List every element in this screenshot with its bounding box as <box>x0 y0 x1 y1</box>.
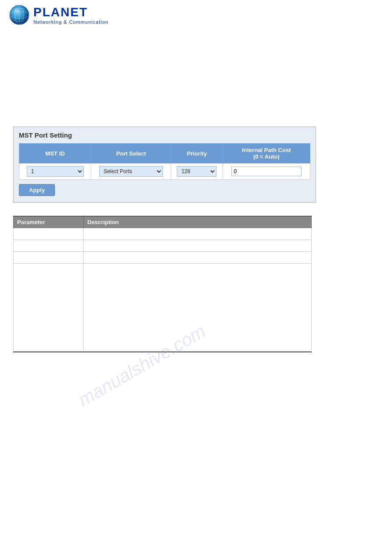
mst-port-setting-box: MST Port Setting MST ID Port Select Prio… <box>13 127 316 203</box>
port-select-dropdown[interactable]: Select Ports Port 1 Port 2 Port 3 <box>99 166 163 177</box>
param-cell <box>14 228 84 240</box>
header: PLANET Networking & Communication <box>0 0 392 30</box>
param-cell <box>14 252 84 264</box>
table-row <box>14 252 312 264</box>
param-cell <box>14 264 84 352</box>
main-content: manualshive.com MST Port Setting MST ID … <box>0 118 392 361</box>
mst-settings-row: 1 2 3 Select Ports Port 1 Port 2 Port 3 <box>19 163 310 180</box>
logo-sub-text: Networking & Communication <box>33 19 108 25</box>
table-row <box>14 228 312 240</box>
parameter-table: Parameter Description <box>13 216 312 352</box>
port-select-cell[interactable]: Select Ports Port 1 Port 2 Port 3 <box>91 163 171 180</box>
logo-globe-icon <box>9 4 30 25</box>
priority-cell[interactable]: 0 16 32 48 64 80 96 112 128 144 160 <box>171 163 223 180</box>
mst-box-title: MST Port Setting <box>19 131 310 139</box>
mst-id-cell[interactable]: 1 2 3 <box>19 163 91 180</box>
desc-cell <box>84 240 312 252</box>
mst-settings-table: MST ID Port Select Priority Internal Pat… <box>19 143 310 180</box>
desc-col-header: Description <box>84 216 312 228</box>
apply-button[interactable]: Apply <box>19 184 55 196</box>
col-port-select: Port Select <box>91 144 171 163</box>
col-internal-path-cost: Internal Path Cost(0 = Auto) <box>223 144 310 163</box>
logo-text-stack: PLANET Networking & Communication <box>33 5 108 25</box>
priority-select[interactable]: 0 16 32 48 64 80 96 112 128 144 160 <box>177 166 216 177</box>
path-cost-cell[interactable] <box>223 163 310 180</box>
col-priority: Priority <box>171 144 223 163</box>
desc-cell <box>84 252 312 264</box>
param-col-header: Parameter <box>14 216 84 228</box>
table-row <box>14 264 312 352</box>
logo-area: PLANET Networking & Communication <box>9 4 383 25</box>
desc-cell <box>84 264 312 352</box>
path-cost-input[interactable] <box>231 167 302 176</box>
mst-id-select[interactable]: 1 2 3 <box>27 166 84 177</box>
param-cell <box>14 240 84 252</box>
table-row <box>14 240 312 252</box>
logo-planet-text: PLANET <box>33 5 108 19</box>
desc-cell <box>84 228 312 240</box>
col-mst-id: MST ID <box>19 144 91 163</box>
